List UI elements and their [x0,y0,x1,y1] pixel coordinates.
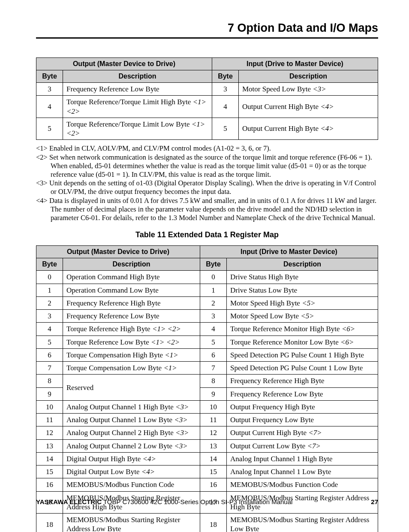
cell-in-byte: 16 [200,478,227,491]
cell-in-desc: Torque Reference Monitor Low Byte <6> [227,336,378,348]
footnote-ref: <3> [313,85,326,93]
cell-out-byte: 5 [36,118,63,140]
cell-out-byte: 0 [36,271,63,284]
table-row: 3Frequency Reference Low Byte3Motor Spee… [36,83,378,96]
th-input: Input (Drive to Master Device) [212,58,378,70]
footnote-ref: <3> [174,442,187,450]
cell-out-byte: 2 [36,296,63,309]
cell-in-byte: 14 [200,452,227,465]
footer-brand: YASKAWA ELECTRIC [36,498,102,505]
table-row: 0Operation Command High Byte0Drive Statu… [36,271,378,284]
cell-in-desc: Output Frequency Low Byte [227,414,378,426]
cell-in-byte: 2 [200,296,227,309]
cell-out-byte: 18 [36,514,63,532]
cell-out-desc: Torque Reference High Byte <1> <2> [63,323,200,336]
table-row: 6Torque Compensation High Byte <1>6Speed… [36,348,378,361]
cell-in-byte: 13 [200,439,227,452]
th-desc: Description [63,258,200,271]
cell-out-desc: Torque Reference/Torque Limit Low Byte <… [63,118,212,140]
footnote-ref: <1> <2> [66,98,206,115]
th-output: Output (Master Device to Drive) [36,58,212,70]
cell-out-desc: Reserved [63,375,200,401]
cell-out-desc: Digital Output Low Byte <4> [63,466,200,478]
cell-in-byte: 1 [200,284,227,296]
table-row: 15Digital Output Low Byte <4>15Analog In… [36,466,378,478]
table-row: 5Torque Reference Low Byte <1> <2>5Torqu… [36,336,378,348]
footer-doc: TOBP C730600 42C 1000-Series Option SI-P… [102,498,292,505]
cell-in-byte: 4 [200,323,227,336]
table-row: 10Analog Output Channel 1 High Byte <3>1… [36,400,378,413]
table-row: 3Frequency Reference Low Byte3Motor Spee… [36,310,378,323]
page-footer: YASKAWA ELECTRIC TOBP C730600 42C 1000-S… [36,498,378,505]
table-extended-map: Output (Master Device to Drive) Input (D… [36,245,378,532]
cell-in-byte: 8 [200,375,227,387]
cell-in-desc: Analog Input Channel 1 High Byte [227,452,378,465]
cell-out-desc: Analog Output Channel 2 High Byte <3> [63,426,200,439]
cell-in-desc: Speed Detection PG Pulse Count 1 High By… [227,348,378,361]
cell-out-desc: Analog Output Channel 1 Low Byte <3> [63,414,200,426]
cell-in-desc: Torque Reference Monitor High Byte <6> [227,323,378,336]
footnote-ref: <4> [320,103,334,111]
cell-in-desc: Output Frequency High Byte [227,400,378,413]
cell-out-byte: 1 [36,284,63,296]
table-row: 14Digital Output High Byte <4>14Analog I… [36,452,378,465]
cell-in-desc: Speed Detection PG Pulse Count 1 Low Byt… [227,362,378,375]
table-row: 18MEMOBUS/Modbus Starting Register Addre… [36,514,378,532]
table-row: 13Analog Output Channel 2 Low Byte <3>13… [36,439,378,452]
footnote-ref: <6> [340,338,354,346]
cell-out-desc: Digital Output High Byte <4> [63,452,200,465]
table-row: 11Analog Output Channel 1 Low Byte <3>11… [36,414,378,426]
cell-out-desc: MEMOBUS/Modbus Starting Register Address… [63,514,200,532]
cell-out-byte: 12 [36,426,63,439]
th-byte: Byte [36,70,63,83]
cell-in-byte: 5 [200,336,227,348]
cell-in-byte: 12 [200,426,227,439]
cell-out-desc: MEMOBUS/Modbus Function Code [63,478,200,491]
cell-out-byte: 3 [36,310,63,323]
footnote-ref: <5> [301,312,314,320]
footnote-ref: <3> [175,403,189,411]
cell-in-byte: 3 [212,83,239,96]
footnote-ref: <1> [163,364,177,372]
table-row: 4Torque Reference/Torque Limit High Byte… [36,96,378,118]
cell-in-byte: 7 [200,362,227,375]
footnote-line: <1> Enabled in CLV, AOLV/PM, and CLV/PM … [36,144,378,153]
table-row: 5Torque Reference/Torque Limit Low Byte … [36,118,378,140]
footnote-ref: <1> [165,351,178,359]
th-byte: Byte [36,258,63,271]
footnote-line: <3> Unit depends on the setting of o1-03… [36,179,378,196]
cell-in-byte: 9 [200,387,227,400]
table-row: 1Operation Command Low Byte1Drive Status… [36,284,378,296]
footnote-ref: <3> [175,429,189,437]
footnote-ref: <4> [141,468,155,476]
cell-in-byte: 4 [212,96,239,118]
cell-in-desc: Output Current High Byte <4> [239,118,378,140]
th-byte: Byte [212,70,239,83]
footnote-ref: <5> [302,299,315,307]
th-byte: Byte [200,258,227,271]
cell-in-desc: Output Current Low Byte <7> [227,439,378,452]
cell-in-desc: Drive Status High Byte [227,271,378,284]
cell-out-byte: 8 [36,375,63,387]
cell-out-byte: 5 [36,336,63,348]
footnotes: <1> Enabled in CLV, AOLV/PM, and CLV/PM … [36,144,378,222]
footnote-ref: <4> [320,124,334,133]
footnote-line: <4> Data is displayed in units of 0.01 A… [36,196,378,222]
footnote-ref: <1> <2> [151,338,180,346]
footnote-ref: <1> <2> [66,120,205,137]
cell-in-byte: 0 [200,271,227,284]
cell-in-byte: 6 [200,348,227,361]
th-output: Output (Master Device to Drive) [36,246,200,258]
th-input: Input (Drive to Master Device) [200,246,378,258]
th-desc: Description [227,258,378,271]
cell-out-byte: 13 [36,439,63,452]
th-desc: Description [63,70,212,83]
cell-in-byte: 10 [200,400,227,413]
footnote-line: <2> Set when network communication is de… [36,153,378,178]
cell-out-desc: Analog Output Channel 2 Low Byte <3> [63,439,200,452]
footnote-ref: <3> [174,416,187,424]
cell-in-desc: MEMOBUS/Modbus Function Code [227,478,378,491]
footnote-ref: <1> <2> [152,325,181,333]
cell-in-byte: 3 [200,310,227,323]
cell-out-byte: 14 [36,452,63,465]
